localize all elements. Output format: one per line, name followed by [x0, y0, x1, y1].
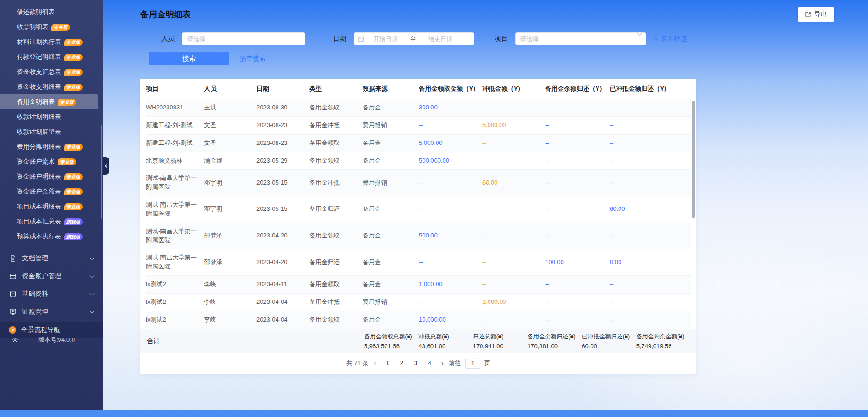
data-table-card: 项目 人员 日期 类型 数据来源 备用金领取金额（¥） 冲抵金额（¥） 备用金余… — [140, 79, 696, 374]
page-number-button[interactable]: 2 — [395, 357, 408, 369]
table-row: lx测试2 李峡 2023-04-11 备用金领取 备用金 1,000.00 -… — [146, 276, 691, 294]
sidebar-collapse-button[interactable] — [103, 157, 109, 175]
export-button[interactable]: 导出 — [798, 7, 834, 22]
sidebar-item-label: 备用金明细表 — [17, 98, 55, 106]
cell-offset-return: -- — [610, 311, 691, 329]
cell-project: 测试-南昌大学第一附属医院 — [146, 223, 204, 249]
cell-date: 2023-04-04 — [256, 311, 309, 329]
cell-project: WH20230831 — [146, 99, 204, 116]
sidebar-report-item[interactable]: 资金收支汇总表 专业版 — [0, 65, 98, 79]
next-page-button[interactable]: › — [440, 359, 445, 367]
chevron-down-icon — [637, 31, 642, 36]
edition-badge: 专业版 — [51, 24, 70, 31]
column-header-received: 备用金领取金额（¥） — [419, 85, 482, 93]
cell-balance-return: -- — [545, 152, 610, 170]
table-body: WH20230831 王洪 2023-08-30 备用金领取 备用金 300.0… — [146, 99, 691, 329]
summary-item: 冲抵总额(¥) 43,601.00 — [418, 333, 473, 350]
chevron-down-icon — [90, 255, 95, 260]
edition-badge: 专业版 — [64, 84, 83, 91]
summary-item: 备用金领取总额(¥) 5,963,501.56 — [364, 333, 418, 350]
end-date-input[interactable] — [421, 36, 460, 43]
edition-badge: 专业版 — [58, 99, 76, 106]
expand-filters-link[interactable]: 展开筛选 — [655, 35, 687, 43]
cell-date: 2023-05-15 — [256, 201, 309, 218]
cell-offset-return: 0.00 — [610, 254, 691, 271]
cell-source: 费用报销 — [363, 117, 419, 134]
clear-search-link[interactable]: 清空搜索 — [240, 55, 266, 63]
cell-person: 文圣 — [204, 135, 256, 152]
sidebar-item-label: 资金收支汇总表 — [17, 68, 61, 76]
cell-date: 2023-04-04 — [256, 294, 309, 311]
cell-offset-return: -- — [610, 174, 691, 192]
cell-project: 测试-南昌大学第一附属医院 — [146, 170, 204, 196]
export-label: 导出 — [814, 10, 827, 19]
cell-source: 备用金 — [363, 276, 419, 293]
sidebar-item-certificates[interactable]: 证照管理 — [0, 303, 103, 321]
sidebar-report-item[interactable]: 项目成本汇总表 旗舰版 — [0, 214, 98, 229]
sidebar-report-item[interactable]: 资金账户流水 专业版 — [0, 154, 98, 169]
cell-type: 备用金领取 — [309, 311, 363, 329]
project-select-input[interactable] — [520, 36, 634, 43]
sidebar-report-item[interactable]: 付款登记明细表 专业版 — [0, 50, 98, 65]
cell-offset-return: -- — [610, 276, 691, 293]
person-select[interactable] — [182, 32, 305, 45]
cell-project: 北京顺义杨林 — [146, 152, 204, 170]
cell-date: 2023-05-15 — [256, 174, 309, 192]
sidebar-item-label: 文档管理 — [22, 254, 48, 263]
date-range-picker[interactable]: 至 — [354, 32, 474, 45]
table-scrollbar[interactable] — [692, 101, 695, 218]
table-row: lx测试2 李峡 2023-04-04 备用金冲抵 费用报销 -- 3,000.… — [146, 294, 691, 311]
sidebar-report-item[interactable]: 借还款明细表 — [0, 5, 98, 20]
sidebar-item-documents[interactable]: 文档管理 — [0, 250, 103, 267]
goto-label: 前往 — [449, 359, 461, 367]
page-number-button[interactable]: 1 — [381, 357, 394, 369]
sidebar-scrollbar[interactable] — [101, 125, 102, 219]
search-button[interactable]: 搜索 — [149, 52, 229, 65]
sidebar-item-label: 资金收支明细表 — [17, 83, 61, 91]
cell-offset-amount: -- — [482, 135, 545, 152]
sidebar-report-item[interactable]: 资金账户余额表 专业版 — [0, 184, 98, 199]
chevron-down-icon — [90, 291, 95, 295]
sidebar-report-item[interactable]: 资金账户明细表 专业版 — [0, 169, 98, 184]
cell-type: 备用金冲抵 — [309, 174, 363, 192]
table-row: 北京顺义杨林 满金娜 2023-05-29 备用金领取 备用金 500,000.… — [146, 152, 691, 170]
cell-project: lx测试2 — [146, 311, 204, 329]
sidebar-item-label: 预算成本执行表 — [17, 232, 61, 241]
table-row: lx测试2 李峡 2023-04-04 备用金领取 备用金 10,000.00 … — [146, 311, 691, 329]
cell-received-amount: 10,000.00 — [419, 311, 482, 329]
sidebar-report-item[interactable]: 收款计划展望表 — [0, 124, 98, 139]
sidebar-report-item[interactable]: 收票明细表 专业版 — [0, 20, 98, 35]
cell-source: 备用金 — [363, 254, 419, 271]
cell-received-amount: -- — [419, 117, 482, 134]
cell-offset-return: -- — [610, 227, 691, 244]
project-filter-label: 项目 — [495, 35, 508, 43]
cell-type: 备用金冲抵 — [309, 117, 363, 134]
cell-received-amount: 500.00 — [419, 227, 482, 244]
sidebar-report-item[interactable]: 收款计划明细表 — [0, 109, 98, 124]
sidebar: 借还款明细表 收票明细表 专业版 材料计划执行表 专业版 付款登记明细表 专业版 — [0, 0, 103, 410]
previous-page-button[interactable]: ‹ — [373, 359, 378, 367]
cell-source: 备用金 — [363, 99, 419, 116]
cell-source: 备用金 — [363, 311, 419, 329]
sidebar-report-item[interactable]: 费用分摊明细表 专业版 — [0, 139, 98, 154]
goto-page-input[interactable] — [465, 358, 480, 369]
page-number-button[interactable]: 4 — [423, 357, 436, 369]
cell-received-amount: -- — [419, 201, 482, 218]
sidebar-report-item[interactable]: 项目成本明细表 专业版 — [0, 199, 98, 214]
chevron-down-icon — [90, 273, 95, 278]
project-select[interactable] — [515, 32, 646, 45]
table-row: 新建工程-刘-测试 文圣 2023-08-23 备用金冲抵 费用报销 -- 5,… — [146, 117, 691, 135]
sidebar-report-item[interactable]: 材料计划执行表 专业版 — [0, 35, 98, 50]
sidebar-report-item[interactable]: 备用金明细表 专业版 — [0, 94, 98, 109]
edition-badge: 专业版 — [64, 188, 83, 195]
sidebar-item-base-data[interactable]: 基础资料 — [0, 285, 103, 303]
column-header-balance-return: 备用金余额归还（¥） — [545, 85, 610, 93]
sidebar-item-fund-accounts[interactable]: 资金账户管理 — [0, 267, 103, 285]
sidebar-report-item[interactable]: 预算成本执行表 旗舰版 — [0, 229, 98, 244]
page-number-button[interactable]: 3 — [409, 357, 422, 369]
start-date-input[interactable] — [366, 36, 405, 43]
cell-received-amount: 300.00 — [419, 99, 482, 116]
cell-balance-return: -- — [545, 135, 610, 152]
person-select-input[interactable] — [187, 36, 300, 43]
sidebar-report-item[interactable]: 资金收支明细表 专业版 — [0, 79, 98, 94]
